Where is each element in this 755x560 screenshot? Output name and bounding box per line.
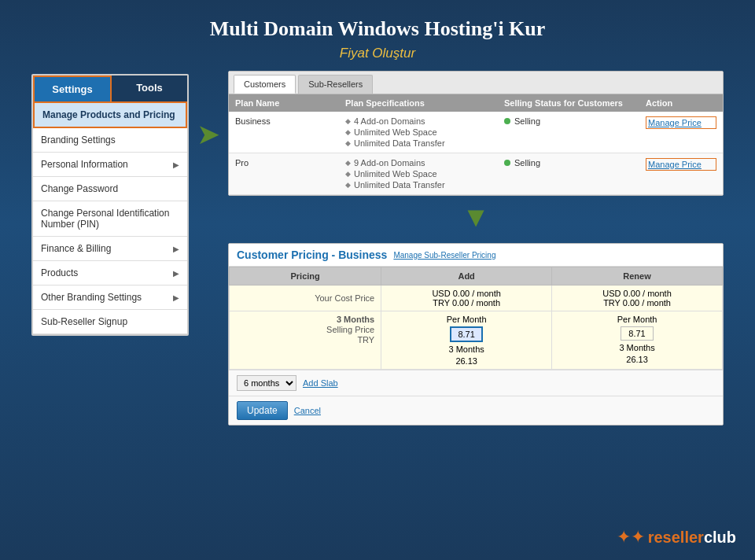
sidebar-item-products[interactable]: Products ▶ [33, 261, 187, 286]
add-per-month-label: Per Month [447, 315, 487, 324]
bullet-icon: ◆ [345, 128, 351, 136]
sidebar: Settings Tools Manage Products and Prici… [31, 74, 189, 336]
manage-price-link[interactable]: Manage Price [646, 116, 716, 129]
plan-specs: ◆9 Add-on Domains ◆Unlimited Web Space ◆… [345, 158, 504, 190]
top-panel: Customers Sub-Resellers Plan Name Plan S… [228, 71, 724, 196]
col-selling-status: Selling Status for Customers [504, 98, 646, 108]
chevron-icon: ▶ [173, 160, 179, 169]
green-dot-icon [504, 160, 510, 166]
logo-area: ✦✦ resellerclub [617, 527, 736, 547]
add-3months-value: 26.13 [455, 356, 477, 366]
renew-value-input[interactable] [621, 326, 654, 341]
bullet-icon: ◆ [345, 139, 351, 147]
bullet-icon: ◆ [345, 170, 351, 178]
slab-select[interactable]: 6 months [237, 375, 296, 391]
col-action: Action [646, 98, 716, 108]
pricing-col-header: Pricing [230, 267, 381, 286]
your-cost-label: Your Cost Price [230, 286, 381, 311]
chevron-icon: ▶ [173, 245, 179, 253]
table-row: Business ◆4 Add-on Domains ◆Unlimited We… [229, 112, 723, 153]
tab-sub-resellers[interactable]: Sub-Resellers [298, 75, 373, 94]
renew-selling-cell: Per Month 3 Months 26.13 [552, 311, 723, 370]
main-title: Multi Domain Windows Hosting'i Kur [0, 0, 755, 46]
sidebar-item-sub-reseller[interactable]: Sub-Reseller Signup [33, 310, 187, 334]
sidebar-tab-settings[interactable]: Settings [33, 76, 112, 101]
chevron-icon: ▶ [173, 269, 179, 278]
selling-status: Selling [504, 116, 646, 126]
bullet-icon: ◆ [345, 181, 351, 189]
arrow-right-icon: ➤ [197, 118, 220, 151]
pricing-panel-title: Customer Pricing - Business [237, 249, 387, 261]
renew-usd-value: USD 0.00 / month TRY 0.00 / month [552, 286, 723, 311]
sidebar-item-manage-products[interactable]: Manage Products and Pricing [33, 101, 187, 128]
manage-price-link[interactable]: Manage Price [646, 158, 716, 171]
logo-text: resellerclub [648, 529, 736, 547]
renew-3months-label: 3 Months [619, 343, 654, 352]
renew-3months-value: 26.13 [626, 355, 648, 364]
logo-icon: ✦✦ [617, 527, 645, 547]
col-plan-name: Plan Name [235, 98, 345, 108]
sidebar-item-personal-info[interactable]: Personal Information ▶ [33, 153, 187, 177]
manage-sub-reseller-link[interactable]: Manage Sub-Reseller Pricing [393, 251, 495, 260]
plan-specs: ◆4 Add-on Domains ◆Unlimited Web Space ◆… [345, 116, 504, 148]
selling-price-cell: 3 Months Selling Price TRY [230, 311, 381, 370]
chevron-icon: ▶ [173, 293, 179, 302]
bullet-icon: ◆ [345, 159, 351, 167]
update-button[interactable]: Update [237, 401, 288, 420]
arrow-down-icon: ▼ [228, 201, 724, 234]
add-col-header: Add [381, 267, 552, 286]
selling-price-label: Selling Price [326, 325, 374, 334]
add-value-input[interactable] [450, 326, 483, 342]
sidebar-item-finance-billing[interactable]: Finance & Billing ▶ [33, 237, 187, 261]
renew-col-header: Renew [552, 267, 723, 286]
sidebar-item-branding[interactable]: Branding Settings [33, 128, 187, 153]
plan-name: Pro [235, 158, 345, 168]
row-months-label: 3 Months [337, 315, 374, 324]
add-slab-link[interactable]: Add Slab [303, 378, 338, 388]
add-usd-value: USD 0.00 / month TRY 0.00 / month [381, 286, 552, 311]
add-3months-label: 3 Months [449, 344, 484, 354]
green-dot-icon [504, 118, 510, 124]
subtitle: Fiyat Oluştur [0, 46, 755, 61]
table-row: Pro ◆9 Add-on Domains ◆Unlimited Web Spa… [229, 153, 723, 195]
sidebar-item-change-pin[interactable]: Change Personal Identification Number (P… [33, 201, 187, 237]
tab-customers[interactable]: Customers [234, 75, 296, 94]
plan-name: Business [235, 116, 345, 126]
bullet-icon: ◆ [345, 117, 351, 125]
selling-status: Selling [504, 158, 646, 168]
sidebar-tab-tools[interactable]: Tools [112, 76, 187, 101]
renew-per-month-label: Per Month [617, 315, 657, 324]
sidebar-item-other-branding[interactable]: Other Branding Settings ▶ [33, 286, 187, 310]
right-content: Customers Sub-Resellers Plan Name Plan S… [228, 71, 724, 426]
bottom-panel: Customer Pricing - Business Manage Sub-R… [228, 243, 724, 426]
add-selling-cell: Per Month 3 Months 26.13 [381, 311, 552, 370]
col-plan-specs: Plan Specifications [345, 98, 504, 108]
cancel-link[interactable]: Cancel [294, 406, 321, 415]
currency-label: TRY [357, 335, 374, 344]
sidebar-item-change-password[interactable]: Change Password [33, 177, 187, 201]
